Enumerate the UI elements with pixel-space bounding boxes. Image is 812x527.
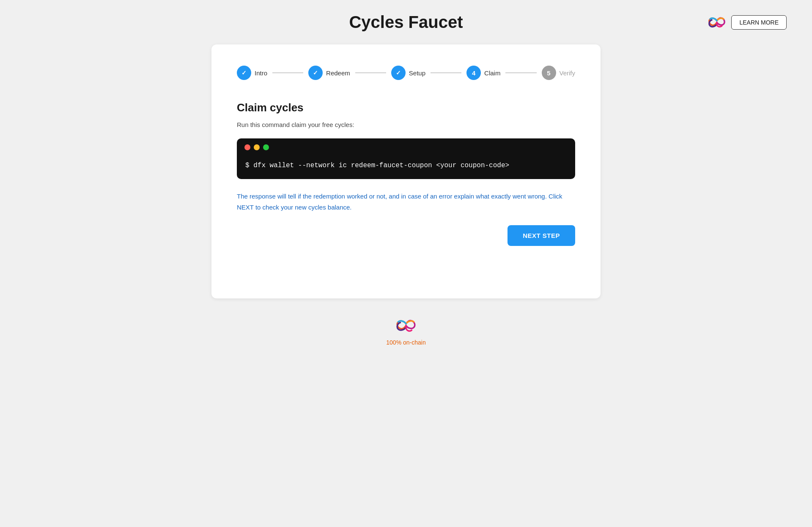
info-text: The response will tell if the redemption…: [237, 191, 575, 212]
step-connector-1: [272, 72, 303, 73]
step-claim: 4 Claim: [466, 66, 500, 80]
step-connector-2: [355, 72, 386, 73]
step-verify: 5 Verify: [542, 66, 576, 80]
step-intro: ✓ Intro: [237, 66, 267, 80]
terminal-command: $ dfx wallet --network ic redeem-faucet-…: [237, 156, 575, 171]
section-title: Claim cycles: [237, 101, 575, 114]
stepper: ✓ Intro ✓ Redeem ✓ Setup 4 Claim: [237, 66, 575, 80]
header-actions: LEARN MORE: [708, 13, 787, 32]
step-redeem: ✓ Redeem: [308, 66, 350, 80]
step-circle-intro: ✓: [237, 66, 251, 80]
step-circle-verify: 5: [542, 66, 556, 80]
terminal-dot-red: [244, 144, 250, 150]
step-connector-3: [431, 72, 461, 73]
main-card: ✓ Intro ✓ Redeem ✓ Setup 4 Claim: [211, 44, 601, 298]
step-label-setup: Setup: [409, 69, 425, 77]
page-title: Cycles Faucet: [349, 13, 463, 32]
step-label-redeem: Redeem: [326, 69, 350, 77]
next-step-button[interactable]: NEXT STEP: [508, 225, 575, 246]
dfinity-logo-icon: [708, 13, 726, 32]
step-label-verify: Verify: [560, 69, 576, 77]
page-footer: 100% on-chain: [386, 315, 425, 346]
step-label-intro: Intro: [255, 69, 267, 77]
terminal-dot-yellow: [254, 144, 260, 150]
terminal-block: $ dfx wallet --network ic redeem-faucet-…: [237, 138, 575, 179]
footer-tagline: 100% on-chain: [386, 339, 425, 346]
page-header: Cycles Faucet LEARN MORE: [0, 0, 812, 44]
step-circle-redeem: ✓: [308, 66, 323, 80]
step-circle-setup: ✓: [391, 66, 406, 80]
step-circle-claim: 4: [466, 66, 481, 80]
terminal-dot-green: [263, 144, 269, 150]
step-label-claim: Claim: [484, 69, 500, 77]
footer-dfinity-logo-icon: [396, 315, 416, 336]
step-setup: ✓ Setup: [391, 66, 425, 80]
section-description: Run this command claim your free cycles:: [237, 121, 575, 128]
terminal-titlebar: [237, 138, 575, 156]
step-connector-4: [505, 72, 536, 73]
learn-more-button[interactable]: LEARN MORE: [731, 15, 787, 30]
